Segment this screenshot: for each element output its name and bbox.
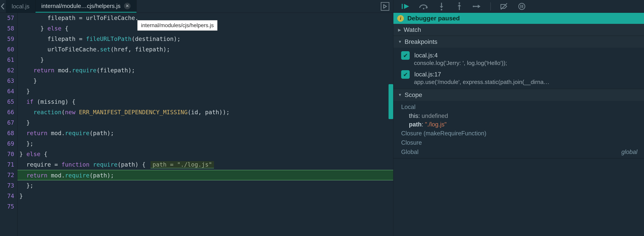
tab-bar: local.jsinternal/module…cjs/helpers.js✕ (0, 0, 393, 13)
debugger-status-text: Debugger paused (407, 15, 460, 22)
svg-point-3 (441, 9, 442, 10)
section-scope: ▼ Scope Localthis: undefinedpath: "./log… (394, 89, 644, 158)
section-breakpoints: ▼ Breakpoints ✔local.js:4console.log('Je… (394, 36, 644, 89)
svg-point-5 (458, 2, 460, 4)
code-line[interactable]: }; (18, 138, 393, 149)
code-line[interactable]: } (18, 55, 393, 65)
code-line[interactable]: }; (18, 180, 393, 191)
tab-1[interactable]: internal/module…cjs/helpers.js✕ (36, 0, 137, 12)
code-line[interactable]: if (missing) { (18, 96, 393, 107)
tab-0[interactable]: local.js (6, 0, 36, 12)
line-number[interactable]: 74 (0, 191, 14, 201)
step-icon[interactable] (472, 2, 482, 11)
line-number[interactable]: 75 (0, 201, 14, 212)
svg-point-9 (519, 3, 525, 10)
code-line[interactable]: reaction(new ERR_MANIFEST_DEPENDENCY_MIS… (18, 107, 393, 118)
debugger-pane: i Debugger paused ▶ Watch ▼ Breakpoints … (394, 0, 644, 236)
line-number[interactable]: 60 (0, 44, 14, 55)
line-number[interactable]: 61 (0, 55, 14, 65)
breakpoint-source: app.use('/module', express.static(path.j… (414, 79, 639, 85)
editor-scrollbar-thumb[interactable] (388, 84, 393, 119)
line-number[interactable]: 63 (0, 76, 14, 86)
scope-group[interactable]: Globalglobal (394, 148, 644, 157)
code-line[interactable]: } (18, 118, 393, 128)
code-line[interactable]: } (18, 86, 393, 96)
svg-point-1 (423, 8, 424, 9)
line-number[interactable]: 68 (0, 128, 14, 138)
breakpoint-source: console.log('Jerry: ', log.log('Hello'))… (414, 60, 639, 66)
pause-on-exceptions-icon[interactable] (517, 2, 526, 11)
editor-pane: local.jsinternal/module…cjs/helpers.js✕ … (0, 0, 394, 236)
inline-value-hint: path = "./log.js" (150, 161, 214, 168)
line-number[interactable]: 57 (0, 13, 14, 23)
code-line[interactable] (18, 201, 393, 212)
line-number[interactable]: 58 (0, 23, 14, 34)
run-script-icon[interactable] (381, 2, 389, 11)
line-number[interactable]: 65 (0, 96, 14, 107)
scope-header[interactable]: ▼ Scope (394, 89, 644, 101)
step-into-icon[interactable] (437, 2, 446, 11)
line-number[interactable]: 72 (0, 170, 14, 180)
code-line[interactable]: return mod.require(path); (18, 170, 393, 180)
line-number[interactable]: 69 (0, 138, 14, 149)
code-line[interactable]: return mod.require(filepath); (18, 65, 393, 76)
debugger-status-banner: i Debugger paused (394, 13, 644, 24)
scope-variable[interactable]: this: undefined (394, 112, 644, 120)
scope-list: Localthis: undefinedpath: "./log.js"Clos… (394, 101, 644, 158)
line-number[interactable]: 70 (0, 149, 14, 160)
breakpoint-row[interactable]: ✔local.js:4console.log('Jerry: ', log.lo… (394, 49, 644, 68)
code-lines: filepath = urlToFileCache. } else { file… (18, 13, 393, 236)
deactivate-breakpoints-icon[interactable] (499, 2, 508, 11)
scope-label: Scope (405, 91, 422, 98)
debug-toolbar (394, 0, 644, 13)
line-number[interactable]: 62 (0, 65, 14, 76)
resume-icon[interactable] (401, 2, 410, 11)
code-line[interactable]: } (18, 191, 393, 201)
code-line[interactable]: } (18, 76, 393, 86)
code-line[interactable]: urlToFileCache.set(href, filepath); (18, 44, 393, 55)
breakpoints-label: Breakpoints (405, 38, 438, 46)
line-number[interactable]: 67 (0, 118, 14, 128)
line-number[interactable]: 73 (0, 180, 14, 191)
close-icon[interactable]: ✕ (124, 3, 130, 9)
breakpoint-checkbox[interactable]: ✔ (401, 70, 410, 79)
breakpoint-row[interactable]: ✔local.js:17app.use('/module', express.s… (394, 68, 644, 87)
svg-rect-10 (520, 5, 522, 8)
breakpoint-checkbox[interactable]: ✔ (401, 51, 410, 60)
code-editor[interactable]: 57585960616263646566676869707172737475 f… (0, 13, 393, 236)
scope-group[interactable]: Local (394, 102, 644, 112)
step-over-icon[interactable] (419, 2, 428, 11)
code-line[interactable]: require = function require(path) {path =… (18, 160, 393, 170)
code-line[interactable]: } else { (18, 149, 393, 160)
chevron-down-icon: ▼ (398, 40, 402, 44)
scope-group[interactable]: Closure (makeRequireFunction) (394, 129, 644, 138)
scope-group[interactable]: Closure (394, 138, 644, 148)
tab-tooltip: internal/modules/cjs/helpers.js (137, 20, 218, 31)
breakpoint-location: local.js:17 (414, 71, 441, 78)
tab-label: internal/module…cjs/helpers.js (41, 3, 121, 9)
svg-rect-0 (402, 4, 403, 9)
tabs: local.jsinternal/module…cjs/helpers.js✕ (6, 0, 136, 12)
watch-header[interactable]: ▶ Watch (394, 24, 644, 36)
code-line[interactable]: return mod.require(path); (18, 128, 393, 138)
svg-point-7 (473, 6, 474, 7)
line-number[interactable]: 71 (0, 160, 14, 170)
line-number[interactable]: 59 (0, 34, 14, 44)
section-watch: ▶ Watch (394, 24, 644, 36)
code-line[interactable]: filepath = fileURLToPath(destination); (18, 34, 393, 44)
svg-rect-11 (522, 5, 523, 8)
chevron-right-icon: ▶ (398, 28, 401, 32)
breakpoints-header[interactable]: ▼ Breakpoints (394, 36, 644, 48)
line-number-gutter: 57585960616263646566676869707172737475 (0, 13, 18, 236)
breakpoint-location: local.js:4 (414, 52, 438, 59)
toolbar-separator (490, 2, 491, 10)
info-icon: i (397, 15, 404, 22)
line-number[interactable]: 66 (0, 107, 14, 118)
chevron-down-icon: ▼ (398, 93, 402, 97)
step-out-icon[interactable] (455, 2, 464, 11)
tabs-scroll-left-icon[interactable] (0, 4, 6, 9)
line-number[interactable]: 64 (0, 86, 14, 96)
tab-label: local.js (12, 3, 30, 10)
watch-label: Watch (404, 26, 421, 33)
scope-variable[interactable]: path: "./log.js" (394, 120, 644, 129)
